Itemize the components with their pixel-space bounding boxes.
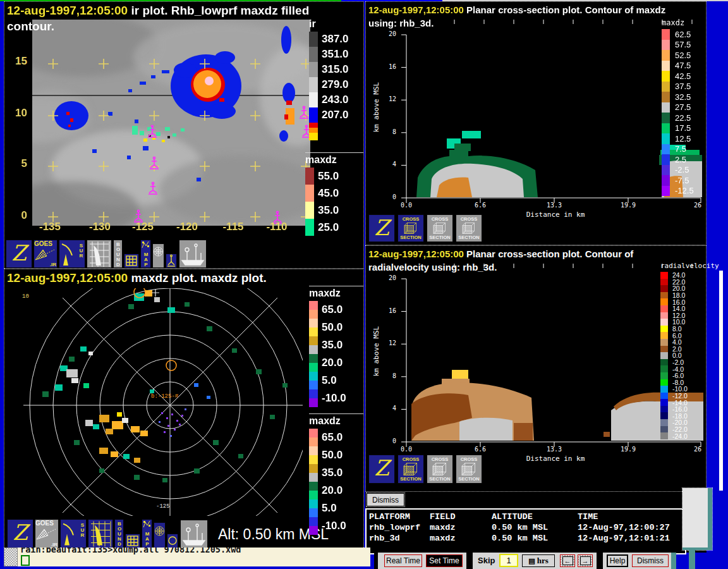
colorbar-entry: 35.0 [309, 464, 363, 482]
surveillance-radar-icon[interactable]: SUR [59, 240, 85, 268]
zebra-logo-icon[interactable]: Z [368, 214, 395, 242]
colorbar-entry: 279.0 [309, 77, 349, 92]
cross-section-icon-active[interactable]: CROSS SECTION [397, 455, 424, 484]
colorbar-entry: 12.5 [662, 133, 694, 144]
zebra-logo-icon[interactable]: Z [7, 519, 33, 548]
toolbar-dismiss-button[interactable]: Dismiss [632, 554, 669, 567]
zebra-display-screen: 12-aug-1997,12:05:00 ir plot. Rhb_lowprf… [0, 0, 728, 569]
ship-icon[interactable] [179, 240, 207, 268]
step-back-button[interactable]: ← [560, 554, 575, 567]
ship-icon[interactable] [180, 520, 208, 548]
buoy-icon[interactable] [166, 254, 177, 268]
colorbar-entry [309, 123, 349, 128]
side-panel-stub [689, 549, 695, 569]
crosssection-plot[interactable] [379, 264, 705, 467]
terminal-command-line: rain:beaufait:135>xdump.all 970812.1205.… [20, 548, 241, 554]
x-tick: 26 [691, 446, 705, 453]
status-table-row: rhb_3d maxdz 0.50 km MSL 12-Aug-97,12:01… [369, 533, 685, 544]
colorbar-entry: 5.0 [309, 499, 363, 517]
colorbar-title: radialvelocity [660, 261, 719, 270]
step-forward-button[interactable]: → [578, 554, 593, 567]
ring-label-bottom: -125 [156, 503, 170, 510]
maxdz-colorbar: maxdz 55.045.035.025.0 [305, 152, 363, 236]
toolbar-separator [466, 553, 473, 569]
ring-label-top: 10 [22, 293, 29, 300]
colorbar-entry: 50.0 [309, 446, 363, 464]
radar-grid-icon[interactable] [87, 240, 112, 268]
toolbar-edge [374, 553, 378, 569]
x-tick: -135 [33, 221, 66, 233]
ppi-radar-display[interactable] [4, 288, 303, 516]
goes-ir-icon[interactable]: GOES .IR [35, 519, 59, 548]
cross-section-icon[interactable]: CROSS SECTION [427, 455, 453, 484]
colorbar-entry: -12.5 [662, 186, 694, 197]
colorbar-entry: 45.0 [305, 185, 363, 202]
polar-grid-icon[interactable] [152, 243, 164, 268]
skip-label: Skip [478, 556, 495, 565]
terminal-resize-handle[interactable] [4, 548, 18, 566]
skip-value-input[interactable] [499, 554, 518, 567]
y-tick-10: 10 [9, 107, 27, 119]
colorbar-entry: 5.0 [309, 372, 363, 389]
terminal-window[interactable]: rain:beaufait:135>xdump.all 970812.1205.… [18, 548, 370, 566]
goes-ir-icon[interactable]: GOES .IR [33, 240, 58, 268]
center-speckles [159, 408, 186, 437]
toolbar-end-strip [671, 553, 676, 569]
y-tick: 8 [382, 372, 396, 379]
hrs-button[interactable]: ▤ hrs [522, 554, 555, 567]
y-tick: 4 [382, 161, 396, 168]
cross-section-icon[interactable]: CROSS SECTION [456, 455, 482, 484]
colorbar-entry: 2.5 [662, 154, 694, 165]
zebra-logo-icon[interactable]: Z [6, 240, 32, 268]
radialvelocity-crosssection-window: 12-aug-1997,12:05:00 Planar cross-sectio… [365, 245, 707, 492]
surveillance-radar-icon[interactable]: SUR [60, 519, 87, 548]
cross-section-icon-active[interactable]: CROSS SECTION [397, 214, 424, 242]
zebra-logo-icon[interactable]: Z [368, 455, 395, 484]
y-tick: 12 [382, 95, 396, 102]
y-tick-15: 15 [9, 55, 27, 68]
colorbar-entry: -2.0 [660, 359, 719, 366]
maxdz-crosssection-window: 12-aug-1997,12:05:00 Planar cross-sectio… [365, 1, 707, 245]
maxdz-ppi-window: 12-aug-1997,12:05:00 maxdz plot. maxdz p… [4, 269, 364, 549]
crosssection-plot[interactable] [379, 20, 705, 223]
bounds-icon[interactable]: BOUNDS [113, 240, 123, 268]
colorbar-entry: -24.0 [660, 432, 719, 439]
cross-section-icon[interactable]: CROSS SECTION [427, 214, 453, 242]
set-time-button[interactable]: Set Time [426, 554, 463, 567]
bounds-icon[interactable]: BOUNDS [114, 519, 124, 548]
cross-section-icon[interactable]: CROSS SECTION [456, 214, 482, 242]
ir-satellite-image[interactable] [32, 20, 310, 226]
x-tick: -130 [83, 221, 116, 233]
colorbar-entry: -10.0 [660, 386, 719, 393]
y-axis-label: km above MSL [372, 320, 380, 383]
right-arrow-icon: → [580, 556, 591, 565]
polar-grid-icon[interactable] [154, 522, 166, 548]
colorbar-entry [309, 128, 349, 133]
colorbar-entry: 50.0 [309, 319, 363, 336]
map-icon[interactable]: MAP [140, 240, 151, 268]
colorbar-entry: 2.0 [660, 346, 719, 353]
y-tick: 16 [382, 63, 396, 70]
colorbar-entry: 20.0 [309, 354, 363, 372]
colorbar-title: maxdz [309, 286, 363, 299]
colorbar-entry: 20.0 [309, 482, 363, 499]
radar-grid-icon[interactable] [88, 519, 113, 548]
scrollbar[interactable] [719, 271, 723, 491]
colorbar-entry: -12.0 [660, 393, 719, 400]
real-time-button[interactable]: Real Time [384, 554, 422, 567]
colorbar-entry: 17.5 [662, 123, 694, 134]
status-dismiss-button[interactable]: Dismiss [367, 493, 404, 506]
x-tick: -120 [171, 221, 203, 233]
colorbar-entry: 47.5 [662, 61, 694, 71]
map-icon[interactable]: MAP [142, 519, 152, 548]
side-panel[interactable] [682, 488, 712, 550]
circle-icon[interactable] [167, 534, 178, 548]
colorbar-entry: -10.0 [309, 389, 363, 407]
colorbar-title: maxdz [309, 413, 363, 427]
colorbar-entry: 57.5 [662, 40, 694, 51]
help-button[interactable]: Help [607, 554, 628, 567]
maxdz-plot-title: 12-aug-1997,12:05:00 maxdz plot. maxdz p… [7, 270, 358, 286]
colorbar-entry: -18.0 [660, 412, 719, 419]
grid-icon[interactable] [124, 254, 139, 268]
grid-icon[interactable] [125, 534, 140, 548]
